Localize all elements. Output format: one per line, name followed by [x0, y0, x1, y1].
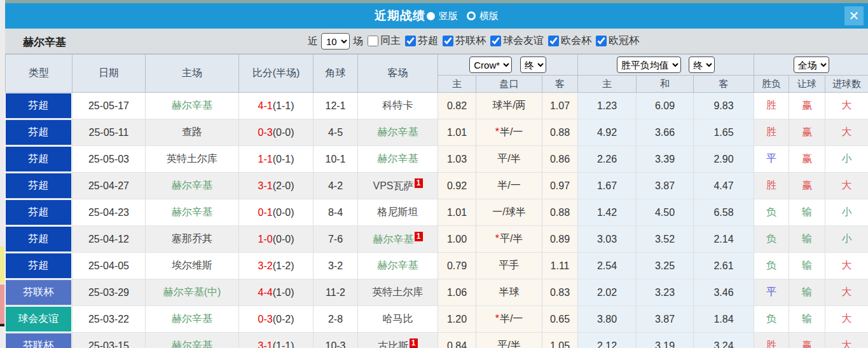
team-name: 查路	[182, 126, 202, 137]
filter-checkbox-芬超[interactable]: 芬超	[405, 34, 438, 48]
handicap-change-star: *	[495, 126, 499, 137]
recent-results-popup: 近期战绩 竖版 横版 ✕ 赫尔辛基 近 10 场 同主芬超芬联杯球会友谊欧会杯欧…	[5, 0, 868, 348]
filter-checkbox-芬联杯[interactable]: 芬联杯	[443, 34, 486, 48]
sub-col-goals: 进球数	[825, 76, 868, 93]
corners-cell: 10-1	[313, 146, 358, 173]
filter-checkbox-同主[interactable]: 同主	[368, 34, 401, 48]
recent-count-select[interactable]: 10	[321, 33, 350, 50]
home-team-cell: 塞那乔其	[146, 226, 239, 253]
away-team-cell: 赫尔辛基	[358, 253, 438, 279]
checkbox-input[interactable]	[596, 36, 607, 46]
filter-checkbox-欧会杯[interactable]: 欧会杯	[548, 34, 591, 48]
crow-home-odds-cell: 1.01	[438, 119, 476, 146]
competition-badge: 芬超	[6, 200, 72, 225]
scope-select[interactable]: 全场	[794, 57, 829, 73]
radio-selected-icon[interactable]	[427, 12, 435, 20]
avg-draw-odds-cell: 3.39	[637, 146, 694, 173]
red-card-badge: 1	[415, 178, 423, 188]
handicap-cell: 一/球半	[476, 199, 542, 226]
handicap-result-cell: 赢	[789, 93, 825, 119]
team-name: 赫尔辛基(中)	[163, 286, 221, 297]
team-name: 赫尔辛基	[378, 260, 418, 271]
away-team-cell: 英特土尔库	[358, 279, 438, 306]
full-time-score: 4-1	[258, 100, 273, 111]
match-date-cell: 25-04-27	[72, 173, 146, 199]
results-table: 类型 日期 主场 比分(半场) 角球 客场 Crow* 终 胜平负均值 终 全场	[5, 54, 868, 348]
outcome-cell: 负	[754, 226, 789, 253]
col-header-home: 主场	[146, 55, 239, 93]
competition-type-cell: 芬超	[6, 253, 72, 279]
avg-home-odds-cell: 1.42	[578, 199, 637, 226]
scope-group: 全场	[754, 55, 868, 76]
crow-home-odds-cell: 1.01	[438, 199, 476, 226]
sub-col-avg-away: 客	[694, 76, 754, 93]
avg-home-odds-cell: 3.80	[578, 306, 637, 333]
checkbox-input[interactable]	[443, 36, 453, 46]
competition-type-cell: 芬超	[6, 146, 72, 173]
radio-label-vertical[interactable]: 竖版	[439, 10, 458, 22]
match-row: 球会友谊25-03-22赫尔辛基0-3(0-2)2-8哈马比1.20*半/一0.…	[6, 306, 868, 333]
full-time-score: 3-1	[258, 340, 273, 348]
half-time-score: (0-0)	[273, 207, 294, 218]
goals-result-cell: 小	[825, 226, 868, 253]
competition-type-cell: 芬超	[6, 226, 72, 253]
match-row: 芬超25-05-17赫尔辛基4-1(1-1)12-1科特卡0.82球半/两1.0…	[6, 93, 868, 119]
corners-cell: 11-2	[313, 279, 358, 306]
full-time-score: 3-2	[258, 260, 273, 271]
sub-col-avg-draw: 和	[637, 76, 694, 93]
full-time-score: 1-1	[258, 154, 273, 164]
odds-company-state-select[interactable]: 终	[520, 57, 546, 73]
crow-home-odds-cell: 1.00	[438, 226, 476, 253]
page-edge-strip	[0, 0, 5, 348]
handicap-result-cell: 输	[789, 279, 825, 306]
avg-odds-state-select[interactable]: 终	[689, 57, 715, 73]
filter-checkbox-欧冠杯[interactable]: 欧冠杯	[596, 34, 639, 48]
avg-odds-select[interactable]: 胜平负均值	[617, 57, 681, 73]
checkbox-input[interactable]	[405, 36, 416, 46]
handicap-result-cell: 输	[789, 253, 825, 279]
team-name: 古比斯	[378, 340, 409, 348]
competition-badge: 芬联杯	[6, 280, 72, 305]
outcome-cell: 负	[754, 306, 789, 333]
competition-badge: 球会友谊	[6, 307, 72, 331]
competition-badge: 芬超	[6, 120, 72, 145]
handicap-result-cell: 赢	[789, 333, 825, 348]
handicap-result-cell: 输	[789, 199, 825, 226]
crow-away-odds-cell: 1.07	[542, 93, 578, 119]
away-team-cell: 赫尔辛基	[358, 119, 438, 146]
filter-checkbox-球会友谊[interactable]: 球会友谊	[490, 34, 544, 48]
match-date-cell: 25-04-05	[72, 253, 146, 279]
team-name: 科特卡	[383, 100, 413, 110]
corners-cell: 4-2	[313, 173, 358, 199]
home-team-cell: 查路	[146, 119, 239, 146]
home-team-cell: 赫尔辛基	[146, 306, 239, 333]
avg-draw-odds-cell: 3.19	[637, 333, 694, 348]
full-time-score: 0-3	[258, 127, 273, 138]
crow-away-odds-cell: 0.65	[542, 306, 578, 333]
home-team-cell: 赫尔辛基	[146, 199, 239, 226]
checkbox-label: 欧冠杯	[609, 34, 639, 48]
close-icon[interactable]: ✕	[844, 6, 864, 25]
checkbox-input[interactable]	[490, 36, 501, 46]
radio-label-horizontal[interactable]: 横版	[479, 10, 499, 22]
goals-result-cell: 大	[825, 333, 868, 348]
checkbox-input[interactable]	[368, 36, 378, 46]
outcome-cell: 负	[754, 199, 789, 226]
crow-home-odds-cell: 1.03	[438, 146, 476, 173]
avg-away-odds-cell: 2.90	[694, 146, 754, 173]
goals-result-cell: 小	[825, 199, 868, 226]
checkbox-input[interactable]	[548, 36, 559, 46]
corners-cell: 10-3	[313, 333, 358, 348]
odds-company-select[interactable]: Crow*	[469, 57, 512, 73]
filter-bar: 赫尔辛基 近 10 场 同主芬超芬联杯球会友谊欧会杯欧冠杯	[5, 29, 868, 54]
crow-away-odds-cell: 0.97	[542, 173, 578, 199]
outcome-cell: 平	[754, 279, 789, 306]
half-time-score: (1-1)	[273, 340, 294, 348]
matches-label: 场	[353, 35, 363, 48]
avg-draw-odds-cell: 3.23	[637, 279, 694, 306]
competition-badge: 芬联杯	[6, 333, 72, 348]
radio-unselected-icon[interactable]	[467, 11, 476, 20]
away-team-cell: 古比斯1	[358, 333, 438, 348]
avg-away-odds-cell: 4.47	[694, 173, 754, 199]
sub-col-outcome: 胜负	[754, 76, 789, 93]
